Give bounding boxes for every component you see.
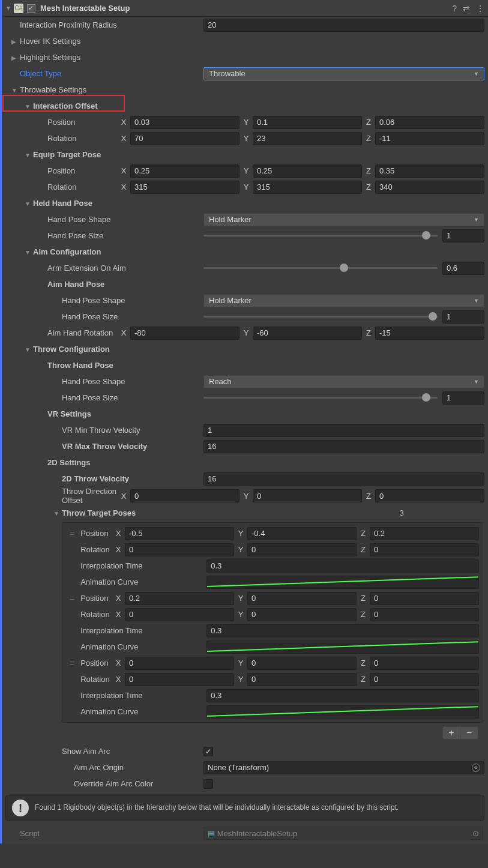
object-picker-icon: ⊙ [472,829,479,838]
drag-handle-icon[interactable]: = [62,529,80,538]
thp-size-slider[interactable] [203,397,438,399]
object-picker-icon[interactable]: ⊙ [472,764,480,772]
arm-extension-slider[interactable] [203,267,438,269]
script-field: ▤ MeshInteractableSetup ⊙ [203,827,483,840]
show-aim-arc-label: Show Aim Arc [2,747,203,756]
held-hand-pose-label[interactable]: ▼Held Hand Pose [2,199,203,208]
ahp-size-value[interactable] [442,310,484,324]
enabled-checkbox[interactable]: ✓ [27,4,35,13]
array-add-button[interactable]: + [442,726,460,740]
tdo-y[interactable] [253,489,362,502]
pose-rot-z[interactable] [370,608,479,621]
pose-interp-input[interactable] [206,624,479,637]
tdo-x[interactable] [130,489,239,502]
throw-target-poses-label[interactable]: ▼Throw Target Poses [2,508,203,517]
component-header[interactable]: ▼ C# ✓ Mesh Interactable Setup ? ⇄ ⋮ [2,0,488,17]
info-text: Found 1 Rigidbody object(s) in the hiera… [35,803,399,813]
io-rot-z[interactable] [375,132,484,145]
pose-pos-z[interactable] [370,657,479,670]
drag-handle-icon[interactable]: = [62,594,80,603]
chevron-down-icon: ▼ [474,71,479,77]
info-box: ! Found 1 Rigidbody object(s) in the hie… [5,795,484,821]
fold-icon[interactable]: ▼ [5,5,11,11]
ahr-x[interactable] [130,327,239,340]
array-remove-button[interactable]: − [460,726,478,740]
pose-interp-input[interactable] [206,689,479,702]
pose-curve-label: Animation Curve [80,707,206,716]
pose-pos-x[interactable] [125,657,234,670]
pose-pos-y[interactable] [247,592,357,605]
pose-curve-label: Animation Curve [80,577,206,586]
etp-rot-x[interactable] [130,181,239,194]
animation-curve-field[interactable] [206,640,479,654]
thp-size-value[interactable] [442,391,484,405]
ahr-y[interactable] [253,327,362,340]
help-icon[interactable]: ? [452,4,457,13]
2d-velocity-input[interactable] [203,472,484,486]
etp-rot-z[interactable] [375,181,484,194]
hhp-size-value[interactable] [442,229,484,243]
throw-target-poses-count: 3 [203,508,480,517]
override-aim-arc-color-checkbox[interactable] [203,779,213,789]
pose-interp-label: Interpolation Time [80,626,206,635]
pose-rot-y[interactable] [247,673,357,686]
throwable-settings-label[interactable]: ▼Throwable Settings [2,85,203,94]
aim-config-label[interactable]: ▼Aim Configuration [2,247,203,256]
chevron-down-icon: ▼ [474,217,479,223]
arm-extension-value[interactable] [442,262,484,275]
animation-curve-field[interactable] [206,576,479,589]
etp-pos-z[interactable] [375,164,484,178]
interaction-proximity-radius-label: Interaction Proximity Radius [2,20,203,29]
ahp-shape-dropdown[interactable]: Hold Marker▼ [203,294,484,307]
io-pos-x[interactable] [130,116,239,129]
pose-rot-z[interactable] [370,543,479,556]
animation-curve-field[interactable] [206,705,479,719]
pose-pos-y[interactable] [247,527,357,540]
highlight-settings-label[interactable]: ▶Highlight Settings [2,53,203,62]
pose-pos-z[interactable] [370,527,479,540]
thp-size-label: Hand Pose Size [2,393,203,402]
etp-rot-y[interactable] [253,181,362,194]
ahp-size-slider[interactable] [203,316,438,318]
pose-rot-x[interactable] [125,608,234,621]
pose-rot-y[interactable] [247,543,357,556]
pose-interp-input[interactable] [206,559,479,573]
pose-rot-x[interactable] [125,673,234,686]
pose-pos-x[interactable] [125,527,234,540]
io-rot-y[interactable] [253,132,362,145]
pose-interp-label: Interpolation Time [80,561,206,570]
hhp-size-slider[interactable] [203,235,438,237]
pose-pos-y[interactable] [247,657,357,670]
pose-rot-z[interactable] [370,673,479,686]
menu-icon[interactable]: ⋮ [476,4,484,13]
hhp-shape-dropdown[interactable]: Hold Marker▼ [203,213,484,226]
hover-ik-settings-label[interactable]: ▶Hover IK Settings [2,37,203,46]
preset-icon[interactable]: ⇄ [463,4,470,13]
pose-rotation-label: Rotation [80,545,114,554]
pose-rot-x[interactable] [125,543,234,556]
io-rot-x[interactable] [130,132,239,145]
throw-config-label[interactable]: ▼Throw Configuration [2,345,203,354]
tdo-z[interactable] [375,489,484,502]
pose-interp-label: Interpolation Time [80,691,206,700]
aim-arc-origin-field[interactable]: None (Transform) ⊙ [203,761,484,774]
vr-min-input[interactable] [203,424,484,437]
io-pos-y[interactable] [253,116,362,129]
vr-max-input[interactable] [203,440,484,453]
drag-handle-icon[interactable]: = [62,659,80,668]
thp-shape-dropdown[interactable]: Reach▼ [203,375,484,388]
vr-settings-label: VR Settings [2,409,203,418]
etp-pos-y[interactable] [253,164,362,178]
interaction-offset-label[interactable]: ▼Interaction Offset [2,101,203,110]
pose-pos-x[interactable] [125,592,234,605]
io-pos-z[interactable] [375,116,484,129]
pose-pos-z[interactable] [370,592,479,605]
ahr-z[interactable] [375,327,484,340]
equip-target-pose-label[interactable]: ▼Equip Target Pose [2,150,203,159]
interaction-proximity-radius-input[interactable] [203,19,484,32]
etp-pos-x[interactable] [130,164,239,178]
ahp-size-label: Hand Pose Size [2,312,203,321]
pose-rot-y[interactable] [247,608,357,621]
object-type-dropdown[interactable]: Throwable▼ [203,67,484,80]
show-aim-arc-checkbox[interactable]: ✓ [203,747,213,756]
